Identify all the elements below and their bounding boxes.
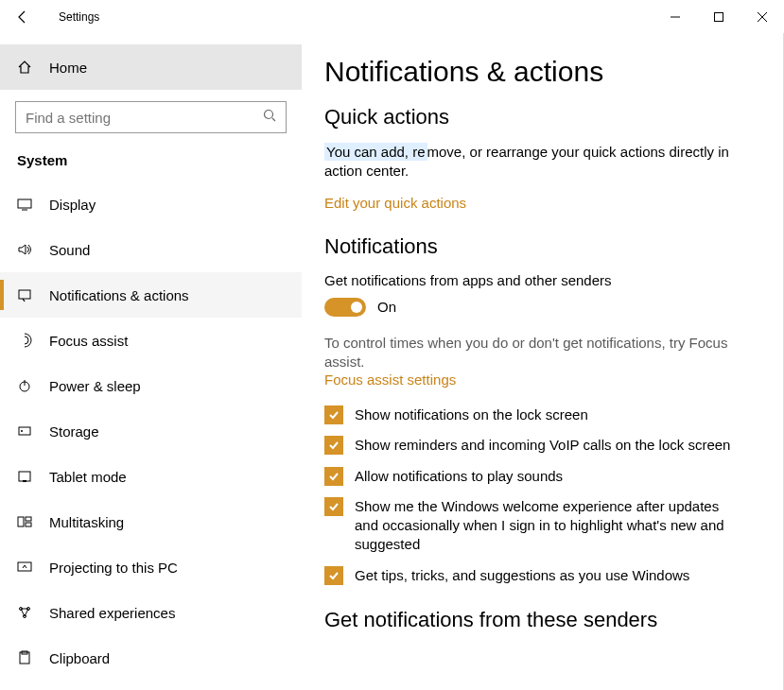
sound-icon: [17, 242, 32, 257]
sidebar-item-tablet-mode[interactable]: Tablet mode: [0, 454, 302, 499]
multitasking-icon: [17, 514, 32, 529]
checkbox-label: Show me the Windows welcome experience a…: [355, 497, 745, 555]
checkbox-row: Show notifications on the lock screen: [324, 405, 745, 424]
svg-rect-15: [26, 523, 31, 526]
checkbox-tips-tricks[interactable]: [324, 566, 343, 585]
main-content: Notifications & actions Quick actions Yo…: [302, 33, 784, 690]
checkbox-label: Show notifications on the lock screen: [355, 405, 588, 424]
sidebar-item-label: Display: [49, 197, 96, 213]
checkbox-label: Get tips, tricks, and suggestions as you…: [355, 566, 689, 585]
svg-rect-16: [18, 562, 31, 571]
clipboard-icon: [17, 650, 32, 665]
quick-actions-description: You can add, remove, or rearrange your q…: [324, 143, 740, 181]
storage-icon: [17, 423, 32, 439]
home-label: Home: [49, 60, 87, 76]
shared-icon: [17, 605, 32, 620]
highlighted-text: You can add, re: [324, 143, 427, 161]
focus-assist-settings-link[interactable]: Focus assist settings: [324, 371, 456, 388]
sidebar-item-power-sleep[interactable]: Power & sleep: [0, 363, 302, 408]
svg-rect-9: [19, 427, 30, 435]
checkbox-row: Get tips, tricks, and suggestions as you…: [324, 566, 745, 585]
svg-rect-4: [18, 199, 31, 208]
display-icon: [17, 197, 32, 212]
checkbox-row: Allow notifications to play sounds: [324, 467, 745, 486]
minimize-button[interactable]: [653, 0, 697, 33]
page-title: Notifications & actions: [324, 56, 760, 88]
projecting-icon: [17, 560, 32, 575]
quick-actions-heading: Quick actions: [324, 105, 760, 129]
home-icon: [17, 60, 32, 75]
checkbox-row: Show reminders and incoming VoIP calls o…: [324, 436, 745, 455]
checkbox-lock-screen[interactable]: [324, 405, 343, 424]
sidebar-item-label: Multitasking: [49, 514, 124, 530]
checkbox-label: Allow notifications to play sounds: [355, 467, 563, 486]
sidebar-item-label: Shared experiences: [49, 605, 175, 621]
focus-assist-icon: [17, 333, 32, 348]
toggle-state-label: On: [377, 299, 396, 315]
svg-rect-11: [19, 472, 30, 481]
window-title: Settings: [59, 10, 99, 24]
checkbox-label: Show reminders and incoming VoIP calls o…: [355, 436, 730, 455]
checkbox-play-sounds[interactable]: [324, 467, 343, 486]
tablet-icon: [17, 469, 32, 484]
senders-heading: Get notifications from these senders: [324, 608, 760, 632]
sidebar-item-sound[interactable]: Sound: [0, 227, 302, 272]
sidebar-item-clipboard[interactable]: Clipboard: [0, 635, 302, 681]
power-icon: [17, 378, 32, 393]
notifications-toggle[interactable]: [324, 298, 366, 317]
checkbox-row: Show me the Windows welcome experience a…: [324, 497, 745, 555]
search-box[interactable]: [15, 101, 287, 133]
svg-line-3: [272, 118, 275, 121]
sidebar-item-notifications-actions[interactable]: Notifications & actions: [0, 272, 302, 318]
checkbox-welcome-experience[interactable]: [324, 497, 343, 516]
sidebar-item-label: Projecting to this PC: [49, 560, 178, 576]
sidebar-item-label: Focus assist: [49, 333, 128, 349]
svg-rect-1: [715, 12, 723, 21]
focus-assist-description: To control times when you do or don't ge…: [324, 334, 740, 372]
back-button[interactable]: [0, 0, 45, 33]
svg-rect-6: [19, 290, 30, 299]
sidebar-item-label: Storage: [49, 423, 99, 440]
search-input[interactable]: [26, 110, 263, 126]
window-controls: [653, 0, 784, 33]
close-button[interactable]: [740, 0, 784, 33]
sidebar-item-display[interactable]: Display: [0, 181, 302, 227]
maximize-icon: [714, 12, 723, 22]
sidebar-item-projecting[interactable]: Projecting to this PC: [0, 544, 302, 590]
svg-rect-13: [18, 517, 24, 526]
back-arrow-icon: [15, 9, 30, 25]
sidebar-item-label: Notifications & actions: [49, 287, 189, 303]
sidebar-item-label: Power & sleep: [49, 378, 141, 394]
notifications-toggle-description: Get notifications from apps and other se…: [324, 272, 760, 288]
sidebar: Home System Display Sound Notifications …: [0, 33, 302, 690]
minimize-icon: [671, 12, 680, 22]
notification-options-list: Show notifications on the lock screen Sh…: [324, 405, 745, 585]
sidebar-item-label: Sound: [49, 242, 90, 258]
category-label: System: [17, 152, 302, 168]
maximize-button[interactable]: [697, 0, 740, 33]
checkbox-reminders-voip[interactable]: [324, 436, 343, 455]
titlebar: Settings: [0, 0, 784, 33]
notifications-heading: Notifications: [324, 234, 760, 259]
notifications-icon: [17, 287, 32, 302]
sidebar-item-focus-assist[interactable]: Focus assist: [0, 318, 302, 363]
search-icon: [263, 109, 276, 126]
close-icon: [758, 12, 767, 22]
toggle-knob: [351, 302, 362, 313]
sidebar-item-label: Tablet mode: [49, 469, 127, 485]
svg-rect-14: [26, 517, 31, 521]
sidebar-item-shared-experiences[interactable]: Shared experiences: [0, 590, 302, 635]
nav-list: Display Sound Notifications & actions Fo…: [0, 181, 302, 681]
sidebar-item-multitasking[interactable]: Multitasking: [0, 499, 302, 544]
home-button[interactable]: Home: [0, 44, 302, 90]
svg-point-10: [21, 430, 23, 432]
sidebar-item-label: Clipboard: [49, 650, 110, 666]
sidebar-item-storage[interactable]: Storage: [0, 408, 302, 454]
svg-point-2: [265, 111, 273, 119]
edit-quick-actions-link[interactable]: Edit your quick actions: [324, 195, 466, 211]
